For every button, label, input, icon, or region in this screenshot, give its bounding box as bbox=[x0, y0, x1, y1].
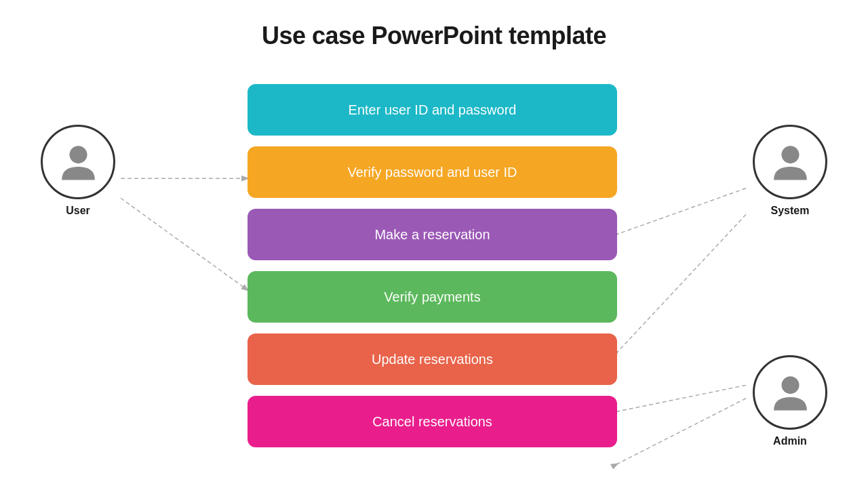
admin-icon bbox=[768, 371, 812, 415]
usecase-column: Enter user ID and password Verify passwo… bbox=[248, 84, 617, 447]
svg-point-6 bbox=[69, 146, 87, 163]
svg-line-5 bbox=[617, 399, 746, 464]
svg-point-7 bbox=[781, 146, 799, 163]
admin-label: Admin bbox=[773, 435, 807, 447]
svg-line-2 bbox=[617, 188, 746, 235]
actor-system: System bbox=[753, 125, 827, 217]
usecase-update-reservations: Update reservations bbox=[248, 333, 617, 385]
user-circle bbox=[41, 125, 115, 199]
user-icon bbox=[56, 140, 100, 184]
diagram-container: User System Admin Enter user ID and pass… bbox=[0, 57, 868, 477]
usecase-cancel-reservations: Cancel reservations bbox=[248, 396, 617, 447]
usecase-verify-password: Verify password and user ID bbox=[248, 146, 617, 198]
svg-point-8 bbox=[781, 376, 799, 394]
svg-line-4 bbox=[617, 385, 746, 411]
page-title: Use case PowerPoint template bbox=[0, 0, 868, 50]
actor-user: User bbox=[41, 125, 115, 217]
usecase-enter-credentials: Enter user ID and password bbox=[248, 84, 617, 136]
svg-line-3 bbox=[617, 215, 746, 352]
usecase-make-reservation: Make a reservation bbox=[248, 209, 617, 260]
usecase-verify-payments: Verify payments bbox=[248, 271, 617, 323]
svg-line-1 bbox=[121, 198, 248, 290]
system-circle bbox=[753, 125, 827, 199]
actor-admin: Admin bbox=[753, 355, 827, 447]
system-icon bbox=[768, 140, 812, 184]
user-label: User bbox=[66, 205, 90, 217]
admin-circle bbox=[753, 355, 827, 430]
system-label: System bbox=[771, 205, 810, 217]
